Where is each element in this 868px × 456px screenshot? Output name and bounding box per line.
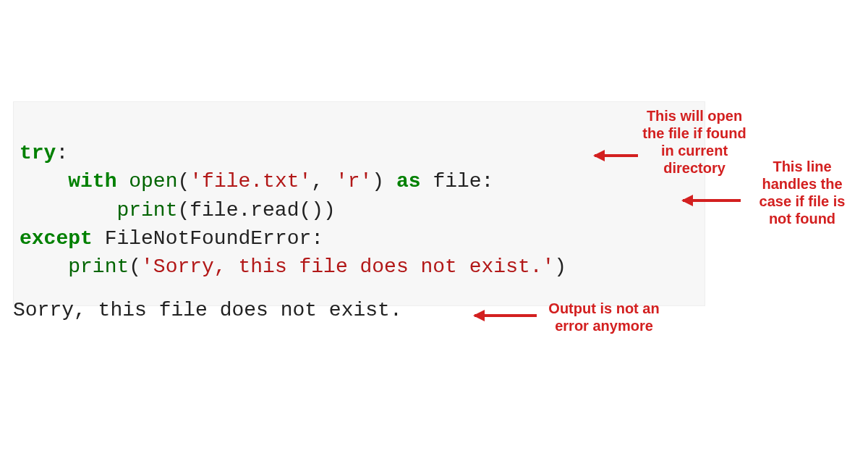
annotation-1: This will open the file if found in curr… [637,107,752,177]
code-line-5: print('Sorry, this file does not exist.'… [20,256,566,278]
annotation-2: This line handles the case if file is no… [748,158,856,227]
code-line-4: except FileNotFoundError: [20,227,323,250]
code-line-2: with open('file.txt', 'r') as file: [20,170,493,193]
arrow-2-icon [683,199,741,202]
annotation-3: Output is not an error anymore [542,300,665,334]
code-line-3: print(file.read()) [20,199,336,221]
arrow-1-icon [595,154,638,157]
code-block: try: with open('file.txt', 'r') as file:… [13,101,705,306]
code-line-1: try: [20,142,68,164]
arrow-3-icon [475,314,537,317]
output-text: Sorry, this file does not exist. [13,299,402,321]
